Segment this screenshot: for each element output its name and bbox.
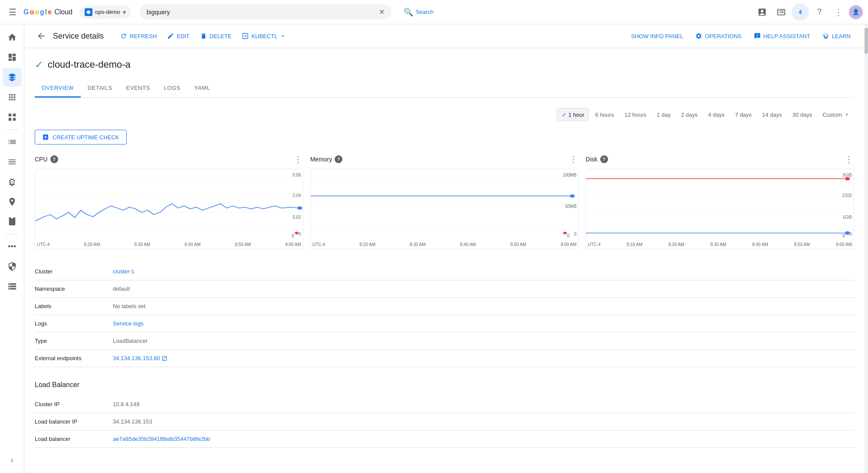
time-btn-6h[interactable]: 6 hours (591, 109, 618, 121)
time-btn-2d[interactable]: 2 days (677, 109, 702, 121)
sidebar-icon-storage[interactable] (3, 277, 22, 296)
memory-help-icon[interactable]: ? (335, 155, 342, 163)
memory-more-icon[interactable]: ⋮ (568, 153, 579, 165)
header-right-actions: SHOW INFO PANEL OPERATIONS HELP ASSISTAN… (628, 30, 854, 42)
kubectl-button[interactable]: KUBECTL (237, 30, 290, 42)
service-logs-link[interactable]: Service logs (113, 320, 144, 327)
cpu-chart-container: 0.06 0.04 0.02 0 (35, 169, 303, 249)
memory-chart-container: 100MB 50MB 0 (310, 169, 579, 249)
help-assistant-label: HELP ASSISTANT (763, 33, 810, 39)
tab-logs[interactable]: LOGS (157, 79, 187, 98)
sidebar-icon-package[interactable] (3, 212, 22, 231)
project-chevron-icon: ▾ (123, 9, 126, 16)
time-btn-30d[interactable]: 30 days (788, 109, 817, 121)
help-button[interactable]: ? (811, 3, 828, 21)
sidebar-icon-location[interactable] (3, 192, 22, 211)
svg-point-7 (295, 232, 298, 234)
sidebar-icon-security[interactable] (3, 257, 22, 276)
sidebar-icon-dashboard[interactable] (3, 48, 22, 67)
sidebar-icon-more-dots[interactable]: ••• (3, 237, 22, 256)
sidebar-icon-monitor[interactable] (3, 132, 22, 151)
svg-point-19 (845, 177, 850, 181)
tab-events[interactable]: EVENTS (119, 79, 157, 98)
more-button[interactable]: ⋮ (830, 3, 847, 21)
disk-chart-title: Disk (585, 156, 597, 163)
operations-button[interactable]: OPERATIONS (692, 30, 745, 42)
sidebar-icon-grid[interactable] (3, 108, 22, 127)
uptime-check-label: CREATE UPTIME CHECK (53, 134, 119, 141)
avatar[interactable]: 👤 (849, 5, 863, 19)
table-row: Load balancer IP 34.134.136.153 (35, 413, 854, 430)
back-button[interactable] (35, 30, 48, 43)
time-btn-7d[interactable]: 7 days (731, 109, 756, 121)
topbar: ☰ GoogleCloud ops-demo ▾ ✕ 🔍 Search 4 ? … (0, 0, 868, 24)
kubectl-label: KUBECTL (251, 33, 277, 39)
header-actions: REFRESH EDIT DELETE KUBECTL (116, 30, 290, 42)
service-name-row: ✓ cloud-trace-demo-a (35, 59, 854, 71)
notifications-button[interactable] (753, 3, 771, 21)
operations-label: OPERATIONS (705, 33, 741, 39)
table-row: Cluster cluster-1 (35, 263, 854, 280)
table-row: Namespace default (35, 280, 854, 298)
help-assistant-button[interactable]: HELP ASSISTANT (750, 30, 814, 42)
edit-label: EDIT (177, 33, 190, 39)
svg-point-13 (563, 232, 566, 234)
search-bar: ✕ (140, 4, 391, 20)
time-btn-14d[interactable]: 14 days (758, 109, 786, 121)
cpu-help-icon[interactable]: ? (50, 155, 58, 163)
search-glass-icon: 🔍 (404, 7, 413, 17)
time-btn-4d[interactable]: 4 days (704, 109, 729, 121)
time-btn-custom[interactable]: Custom (818, 109, 854, 121)
left-sidebar: ••• › (0, 24, 24, 473)
hamburger-menu[interactable]: ☰ (5, 3, 20, 21)
topbar-actions: 4 ? ⋮ 👤 (753, 3, 863, 21)
delete-label: DELETE (210, 33, 232, 39)
learn-label: LEARN (832, 33, 851, 39)
search-label: Search (416, 9, 434, 15)
scrollbar-thumb[interactable] (865, 28, 868, 54)
project-selector[interactable]: ops-demo ▾ (79, 6, 131, 19)
search-button[interactable]: 🔍 Search (400, 6, 437, 19)
external-endpoint-link[interactable]: 34.134.136.153.80 (113, 355, 168, 361)
learn-button[interactable]: LEARN (819, 30, 854, 42)
uptime-check-button[interactable]: CREATE UPTIME CHECK (35, 130, 127, 145)
delete-button[interactable]: DELETE (196, 30, 236, 42)
search-clear-icon[interactable]: ✕ (379, 8, 385, 16)
cluster-link[interactable]: cluster-1 (113, 268, 135, 275)
time-btn-1h[interactable]: ✓ 1 hour (557, 108, 589, 121)
scrollbar[interactable] (865, 24, 868, 473)
sidebar-icon-apps[interactable] (3, 88, 22, 107)
notification-badge-button[interactable]: 4 (792, 3, 809, 21)
time-btn-1d[interactable]: 1 day (652, 109, 675, 121)
badge-count: 4 (799, 9, 802, 15)
sidebar-icon-home[interactable] (3, 28, 22, 47)
status-icon: ✓ (35, 59, 43, 71)
charts-section: CPU ? ⋮ 0.06 0.04 0.02 0 (35, 153, 854, 249)
sidebar-icon-list[interactable] (3, 152, 22, 171)
search-input[interactable] (147, 9, 375, 16)
time-btn-12h[interactable]: 12 hours (620, 109, 651, 121)
edit-button[interactable]: EDIT (163, 30, 194, 42)
show-info-panel-button[interactable]: SHOW INFO PANEL (628, 30, 687, 42)
load-balancer-title: Load Balancer (35, 381, 854, 389)
cpu-chart-card: CPU ? ⋮ 0.06 0.04 0.02 0 (35, 153, 303, 249)
tab-yaml[interactable]: YAML (187, 79, 217, 98)
sidebar-icon-bug[interactable] (3, 172, 22, 191)
load-balancer-link[interactable]: ae7a85de35b2841f8bdb35447b8fe2bb (113, 436, 210, 442)
disk-chart-container: 3GiB 2GiB 1GiB 0 (585, 169, 854, 249)
table-row: Load balancer ae7a85de35b2841f8bdb35447b… (35, 430, 854, 448)
sidebar-divider-1 (5, 129, 19, 130)
cpu-more-icon[interactable]: ⋮ (293, 153, 303, 165)
shell-button[interactable] (773, 3, 790, 21)
refresh-button[interactable]: REFRESH (116, 30, 161, 42)
tabs: OVERVIEW DETAILS EVENTS LOGS YAML (35, 79, 854, 98)
tab-details[interactable]: DETAILS (81, 79, 119, 98)
tab-overview[interactable]: OVERVIEW (35, 79, 81, 98)
disk-help-icon[interactable]: ? (600, 155, 608, 163)
time-range-selector: ✓ 1 hour 6 hours 12 hours 1 day 2 days 4… (35, 108, 854, 121)
disk-more-icon[interactable]: ⋮ (844, 153, 854, 165)
sidebar-expand[interactable]: › (3, 450, 22, 470)
info-table: Cluster cluster-1 Namespace default Labe… (35, 263, 854, 367)
svg-point-0 (87, 10, 90, 14)
sidebar-icon-kubernetes[interactable] (3, 68, 22, 87)
